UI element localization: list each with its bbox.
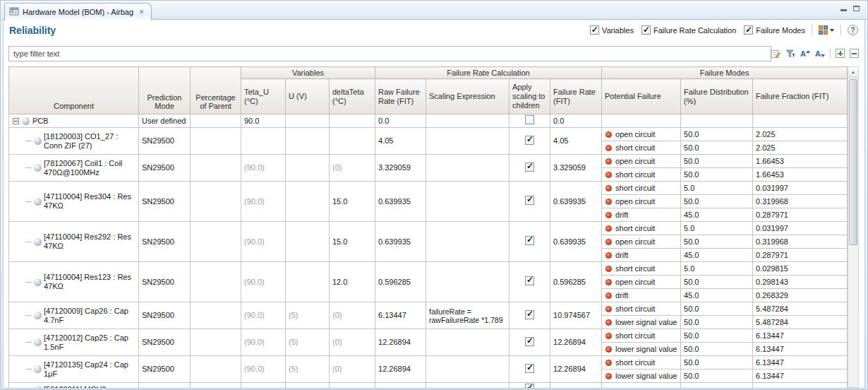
cell-apply-scaling xyxy=(510,155,550,182)
component-cell[interactable]: PCB xyxy=(9,114,139,128)
apply-scaling-checkbox[interactable] xyxy=(525,276,534,285)
view-menu-icon[interactable] xyxy=(819,25,834,35)
cell-percentage-of-parent xyxy=(191,383,241,389)
view-toggle-failure-modes[interactable]: Failure Modes xyxy=(744,25,805,35)
scrollbar-thumb[interactable] xyxy=(849,79,857,245)
apply-scaling-checkbox[interactable] xyxy=(525,136,534,145)
vertical-scrollbar[interactable]: ▲ xyxy=(848,66,859,388)
filter-input[interactable] xyxy=(8,46,771,61)
apply-scaling-checkbox[interactable] xyxy=(525,364,534,373)
cell-failure-distribution: 50.0 xyxy=(681,356,753,370)
column-header-failure-rate-fit[interactable]: Failure Rate (FIT) xyxy=(550,79,602,114)
cell-failure-rate: 0.639935 xyxy=(550,182,602,222)
cell-potential-failure: drift xyxy=(602,249,681,262)
column-header-apply-scaling-to-children[interactable]: Apply scaling to children xyxy=(510,79,550,114)
table-edit-icon[interactable] xyxy=(771,49,780,59)
potential-failure-label: short circuit xyxy=(615,358,655,367)
cell-failure-fraction: 0.287971 xyxy=(753,208,848,222)
component-cell[interactable]: [47120135] Cap24 : Cap 1μF xyxy=(9,356,139,383)
help-icon[interactable]: ? xyxy=(848,25,858,35)
table-row: [50120011] MCU2 : xyxy=(9,383,848,389)
cell-teta-u: (90.0) xyxy=(241,222,286,262)
apply-scaling-checkbox[interactable] xyxy=(525,236,534,245)
cell-delta-teta: 15.0 xyxy=(330,182,375,222)
view-toggles: VariablesFailure Rate CalculationFailure… xyxy=(590,25,805,35)
component-name: PCB xyxy=(32,117,49,126)
tree-collapse-toggle[interactable] xyxy=(13,118,19,124)
column-header-u-v[interactable]: U (V) xyxy=(286,79,330,114)
cell-potential-failure: open circuit xyxy=(602,128,681,141)
cell-failure-fraction: 1.66453 xyxy=(753,168,848,182)
column-header-scaling-expression[interactable]: Scaling Expression xyxy=(426,79,510,114)
component-cell[interactable]: [47110004] Res292 : Res 47KΩ xyxy=(9,222,139,262)
potential-failure-label: open circuit xyxy=(615,130,655,139)
increase-font-icon[interactable]: A xyxy=(800,49,810,58)
table-row: [47120135] Cap24 : Cap 1μFSN29500(90.0)(… xyxy=(9,356,848,370)
component-cell[interactable]: [18120003] CO1_27 : Conn ZIF (27) xyxy=(9,128,139,155)
cell-prediction-mode: SN29500 xyxy=(139,155,191,182)
component-cell[interactable]: [50120011] MCU2 : xyxy=(9,383,139,389)
apply-scaling-checkbox[interactable] xyxy=(525,162,534,172)
failure-mode-icon xyxy=(605,333,612,339)
component-cell[interactable]: [78120067] Coil1 : Coil 470Ω@100MHz xyxy=(9,155,139,182)
cell-apply-scaling xyxy=(510,383,550,389)
component-icon xyxy=(34,238,42,246)
view-toggle-failure-rate-calculation[interactable]: Failure Rate Calculation xyxy=(641,25,736,35)
component-cell[interactable]: [47120012] Cap25 : Cap 1.5nF xyxy=(9,329,139,356)
checkbox-icon[interactable] xyxy=(641,25,651,35)
tree-line-icon xyxy=(25,342,32,343)
apply-scaling-checkbox[interactable] xyxy=(525,310,534,319)
cell-u xyxy=(286,114,330,128)
checkbox-icon[interactable] xyxy=(590,25,599,35)
checkbox-icon[interactable] xyxy=(744,25,753,35)
potential-failure-label: short circuit xyxy=(615,184,655,193)
decrease-font-icon[interactable]: A xyxy=(815,49,825,58)
column-header-potential-failure[interactable]: Potential Failure xyxy=(602,79,681,114)
cell-failure-rate: 4.05 xyxy=(550,128,602,155)
potential-failure-label: drift xyxy=(615,211,628,220)
tab-close-icon[interactable]: ✕ xyxy=(139,9,145,16)
filter-icon[interactable] xyxy=(785,49,795,59)
table-row: [47110004] Res304 : Res 47KΩSN29500(90.0… xyxy=(9,182,848,195)
cell-failure-rate: 3.329059 xyxy=(550,155,602,182)
failure-mode-icon xyxy=(605,252,612,259)
column-header-raw-failure-rate-fit[interactable]: Raw Failure Rate (FIT) xyxy=(375,79,426,114)
cell-failure-distribution: 45.0 xyxy=(681,249,753,262)
restore-icon[interactable] xyxy=(853,6,860,11)
collapse-all-icon[interactable] xyxy=(850,49,859,58)
cell-scaling-expression xyxy=(426,155,510,182)
column-header-failure-distribution[interactable]: Failure Distribution (%) xyxy=(681,79,753,114)
cell-failure-fraction xyxy=(753,383,848,389)
cell-prediction-mode: SN29500 xyxy=(139,222,191,262)
cell-failure-distribution xyxy=(681,114,753,128)
apply-scaling-checkbox[interactable] xyxy=(525,337,534,346)
failure-mode-icon xyxy=(605,360,612,366)
table-row: [47110004] Res292 : Res 47KΩSN29500(90.0… xyxy=(9,222,848,235)
cell-potential-failure: short circuit xyxy=(602,356,681,370)
column-header-percentage-of-parent[interactable]: Percentage of Parent xyxy=(191,67,241,114)
cell-scaling-expression xyxy=(426,114,510,128)
component-cell[interactable]: [47110004] Res123 : Res 47KΩ xyxy=(9,262,139,302)
view-toggle-variables[interactable]: Variables xyxy=(590,25,634,35)
scroll-up-icon[interactable]: ▲ xyxy=(848,67,858,78)
cell-teta-u xyxy=(241,128,286,155)
column-header-failure-fraction-fit[interactable]: Failure Fraction (FIT) xyxy=(753,79,848,114)
column-header-component[interactable]: Component xyxy=(9,67,139,114)
cell-apply-scaling xyxy=(510,222,550,262)
minimize-icon[interactable] xyxy=(840,5,847,11)
apply-scaling-checkbox[interactable] xyxy=(525,115,534,124)
column-header-teta-u-c[interactable]: Teta_U (°C) xyxy=(241,79,286,114)
cell-teta-u: (90.0) xyxy=(241,262,286,302)
cell-failure-fraction xyxy=(753,114,848,128)
apply-scaling-checkbox[interactable] xyxy=(525,196,534,205)
component-icon xyxy=(34,164,42,172)
expand-all-icon[interactable] xyxy=(836,49,845,58)
column-header-prediction-mode[interactable]: Prediction Mode xyxy=(139,67,191,114)
failure-mode-icon xyxy=(605,131,612,138)
apply-scaling-checkbox[interactable] xyxy=(525,384,534,388)
column-header-deltateta-c[interactable]: deltaTeta (°C) xyxy=(330,79,375,114)
component-cell[interactable]: [47120009] Cap26 : Cap 4.7nF xyxy=(9,302,139,329)
editor-tab[interactable]: Hardware Model (BOM) - Airbag ✕ xyxy=(4,3,152,20)
component-cell[interactable]: [47110004] Res304 : Res 47KΩ xyxy=(9,182,139,222)
group-header-variables: Variables xyxy=(241,67,375,79)
